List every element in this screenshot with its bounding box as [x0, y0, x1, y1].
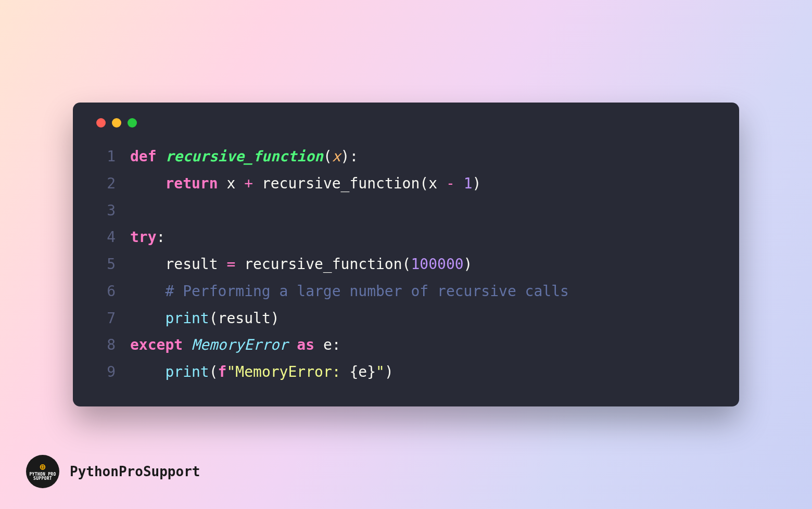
line-number: 7 — [94, 305, 116, 332]
line-content: def recursive_function(x): — [130, 143, 358, 170]
line-content: try: — [130, 224, 165, 251]
code-line: 9 print(f"MemoryError: {e}") — [94, 359, 718, 386]
line-number: 2 — [94, 170, 116, 197]
code-line: 6 # Performing a large number of recursi… — [94, 278, 718, 305]
code-line: 8except MemoryError as e: — [94, 332, 718, 359]
line-number: 6 — [94, 278, 116, 305]
line-number: 3 — [94, 197, 116, 224]
brand-logo-icon: ⊕ PYTHON PRO SUPPORT — [26, 455, 59, 488]
code-line: 3 — [94, 197, 718, 224]
code-line: 1def recursive_function(x): — [94, 143, 718, 170]
line-number: 4 — [94, 224, 116, 251]
code-line: 2 return x + recursive_function(x - 1) — [94, 170, 718, 197]
code-window: 1def recursive_function(x):2 return x + … — [73, 103, 739, 406]
line-content: # Performing a large number of recursive… — [130, 278, 569, 305]
minimize-icon[interactable] — [112, 118, 121, 128]
code-line: 4try: — [94, 224, 718, 251]
line-number: 8 — [94, 332, 116, 359]
line-content: return x + recursive_function(x - 1) — [130, 170, 481, 197]
line-content: result = recursive_function(100000) — [130, 251, 472, 278]
line-content: except MemoryError as e: — [130, 332, 341, 359]
line-number: 9 — [94, 359, 116, 386]
line-content: print(f"MemoryError: {e}") — [130, 359, 394, 386]
code-block: 1def recursive_function(x):2 return x + … — [94, 143, 718, 386]
close-icon[interactable] — [96, 118, 106, 128]
window-controls — [96, 118, 718, 128]
line-number: 1 — [94, 143, 116, 170]
code-line: 5 result = recursive_function(100000) — [94, 251, 718, 278]
code-line: 7 print(result) — [94, 305, 718, 332]
line-number: 5 — [94, 251, 116, 278]
footer: ⊕ PYTHON PRO SUPPORT PythonProSupport — [26, 455, 200, 488]
maximize-icon[interactable] — [128, 118, 137, 128]
brand-name: PythonProSupport — [70, 464, 200, 479]
line-content: print(result) — [130, 305, 280, 332]
